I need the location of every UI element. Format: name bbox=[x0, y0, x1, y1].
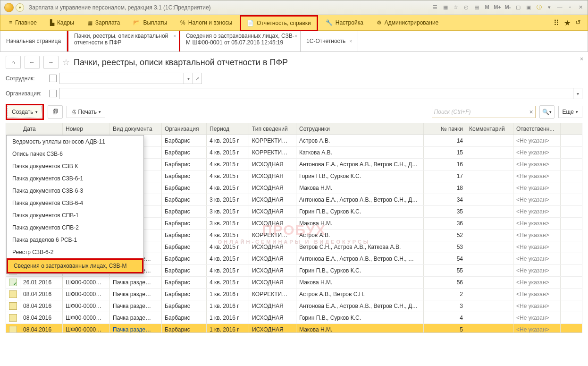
table-row[interactable]: 08.04.2016ШФ00-0000…Пачка разде…Барбарис… bbox=[6, 300, 582, 312]
tab-close-icon[interactable]: × bbox=[349, 39, 352, 44]
col-resp[interactable]: Ответственн... bbox=[513, 123, 561, 135]
col-org[interactable]: Организация bbox=[162, 123, 207, 135]
tab-start-page[interactable]: Начальная страница bbox=[0, 31, 67, 51]
col-comment[interactable]: Комментарий bbox=[466, 123, 513, 135]
nav-item-vyplaty[interactable]: 📂Выплаты bbox=[127, 15, 173, 30]
dropdown-item[interactable]: Опись пачек СЗВ-6 bbox=[7, 148, 143, 160]
nav-item-admin[interactable]: ⚙Администрирование bbox=[371, 15, 444, 30]
col-icon[interactable] bbox=[6, 123, 20, 135]
app-orb-icon[interactable] bbox=[4, 3, 14, 12]
col-number[interactable]: Номер bbox=[63, 123, 110, 135]
apps-icon[interactable]: ⠿ bbox=[554, 18, 559, 27]
cell-resp: <Не указан> bbox=[513, 147, 561, 158]
cell-comment bbox=[466, 230, 513, 241]
dropdown-item[interactable]: Пачка документов СПВ-2 bbox=[7, 221, 143, 234]
cell-org: Барбарис bbox=[162, 253, 207, 264]
history-nav-icon[interactable]: ↺ bbox=[575, 18, 581, 27]
cell-org: Барбарис bbox=[162, 135, 207, 146]
minimize-button[interactable]: — bbox=[555, 3, 564, 11]
tab-close-icon[interactable]: × bbox=[173, 34, 176, 39]
nav-item-settings[interactable]: 🔧Настройка bbox=[320, 15, 369, 30]
employee-select[interactable]: ▾⤢ bbox=[59, 73, 202, 84]
tb-window2-icon[interactable]: ▣ bbox=[524, 3, 533, 11]
tb-font-mplus[interactable]: M+ bbox=[493, 3, 502, 11]
table-row[interactable]: 08.04.2016ШФ00-0000…Пачка разде…Барбарис… bbox=[6, 312, 582, 324]
clear-search-icon[interactable]: × bbox=[529, 108, 533, 116]
cell-employees: Антонова Е.А., Астров А.В., Ветров С.Н.,… bbox=[296, 300, 424, 312]
maximize-button[interactable]: ▫ bbox=[566, 3, 574, 11]
dropdown-item[interactable]: Ведомость уплаты взносов АДВ-11 bbox=[7, 136, 143, 148]
list-toolbar: Создать▾ 🗐 🖨Печать▾ Поиск (Ctrl+F)× 🔍▾ Е… bbox=[6, 104, 582, 120]
home-button[interactable]: ⌂ bbox=[6, 56, 21, 69]
employee-checkbox[interactable] bbox=[49, 75, 57, 82]
dropdown-item[interactable]: Реестр СЗВ-6-2 bbox=[7, 246, 143, 258]
tb-font-mmin[interactable]: M- bbox=[504, 3, 512, 11]
col-type[interactable]: Тип сведений bbox=[249, 123, 296, 135]
copy-button[interactable]: 🗐 bbox=[48, 105, 63, 119]
nav-item-main[interactable]: ≡Главное bbox=[3, 15, 42, 30]
nav-item-nalogi[interactable]: %Налоги и взносы bbox=[175, 15, 238, 30]
more-button[interactable]: Еще▾ bbox=[558, 106, 582, 118]
tb-dropdown-icon[interactable]: ▾ bbox=[545, 3, 554, 11]
table-row[interactable]: 08.04.2016ШФ00-0000…Пачка разде…Барбарис… bbox=[6, 289, 582, 300]
col-kind[interactable]: Вид документа bbox=[110, 123, 162, 135]
col-employees[interactable]: Сотрудники bbox=[296, 123, 424, 135]
col-pack[interactable]: № пачки bbox=[424, 123, 466, 135]
close-form-button[interactable]: × bbox=[580, 56, 583, 62]
org-select[interactable]: ▾ bbox=[59, 88, 582, 99]
tb-help-icon[interactable]: ⓘ bbox=[535, 3, 543, 11]
open-dialog-icon[interactable]: ⤢ bbox=[193, 73, 202, 84]
dropdown-item[interactable]: Пачка документов СЗВ-6-3 bbox=[7, 185, 143, 197]
star-icon[interactable]: ★ bbox=[564, 18, 571, 27]
tb-font-m1[interactable]: M bbox=[483, 3, 491, 11]
dropdown-item[interactable]: Пачка документов СЗВ-6-4 bbox=[7, 197, 143, 209]
cell-number: ШФ00-0000… bbox=[63, 289, 110, 300]
cell-pack: 54 bbox=[424, 253, 466, 264]
dropdown-item[interactable]: Пачка документов СЗВ К bbox=[7, 160, 143, 172]
cell-type: КОРРЕКТИ… bbox=[249, 135, 296, 146]
tb-list-icon[interactable]: ☰ bbox=[431, 3, 439, 11]
nav-item-kadry[interactable]: ▙Кадры bbox=[44, 15, 80, 30]
tb-favorite-icon[interactable]: ☆ bbox=[452, 3, 460, 11]
tab-1c-reports[interactable]: 1С-Отчетность× bbox=[301, 31, 358, 51]
cell-period: 4 кв. 2015 г bbox=[207, 135, 249, 146]
cell-period: 4 кв. 2015 г bbox=[207, 241, 249, 253]
nav-item-reports[interactable]: 📄Отчетность, справки bbox=[245, 17, 313, 30]
cell-org: Барбарис bbox=[162, 277, 207, 288]
cell-period: 4 кв. 2015 г bbox=[207, 182, 249, 194]
cell-period: 4 кв. 2015 г bbox=[207, 147, 249, 158]
search-input[interactable]: Поиск (Ctrl+F)× bbox=[432, 106, 536, 118]
cell-pack: 18 bbox=[424, 182, 466, 194]
tb-grid-icon[interactable]: ▦ bbox=[441, 3, 450, 11]
dropdown-item[interactable]: Пачка документов СПВ-1 bbox=[7, 209, 143, 221]
org-checkbox[interactable] bbox=[49, 90, 57, 97]
tab-szv-m[interactable]: Сведения о застрахованных лицах, СЗВ-М Ш… bbox=[180, 31, 301, 51]
tb-calc-icon[interactable]: ▤ bbox=[472, 3, 481, 11]
tab-close-icon[interactable]: × bbox=[294, 34, 297, 39]
forward-button[interactable]: → bbox=[43, 56, 59, 69]
search-button[interactable]: 🔍▾ bbox=[539, 105, 554, 119]
tb-window-icon[interactable]: ▢ bbox=[514, 3, 522, 11]
print-button[interactable]: 🖨Печать▾ bbox=[67, 106, 105, 118]
favorite-page-icon[interactable]: ☆ bbox=[62, 57, 70, 68]
table-row[interactable]: 26.01.2016ШФ00-0000…Пачка разде…Барбарис… bbox=[6, 277, 582, 289]
chevron-down-icon[interactable]: ▾ bbox=[573, 88, 582, 99]
back-button[interactable]: ← bbox=[25, 56, 40, 69]
close-window-button[interactable]: ✕ bbox=[576, 3, 585, 11]
app-menu-dropdown[interactable]: ▾ bbox=[16, 3, 24, 12]
chevron-down-icon[interactable]: ▾ bbox=[184, 73, 193, 84]
cell-pack: 53 bbox=[424, 241, 466, 253]
dropdown-item[interactable]: Сведения о застрахованных лицах, СЗВ-М bbox=[7, 258, 143, 273]
dropdown-item[interactable]: Пачка документов СЗВ-6-1 bbox=[7, 172, 143, 185]
tb-history-icon[interactable]: ◴ bbox=[462, 3, 470, 11]
tab-packs[interactable]: Пачки, реестры, описи квартальной отчетн… bbox=[74, 33, 173, 46]
create-button[interactable]: Создать▾ bbox=[8, 106, 42, 118]
col-date[interactable]: Дата bbox=[20, 123, 63, 135]
table-row[interactable]: 08.04.2016ШФ00-0000…Пачка разде…Барбарис… bbox=[6, 324, 582, 333]
dropdown-item[interactable]: Пачка разделов 6 РСВ-1 bbox=[7, 234, 143, 246]
col-period[interactable]: Период bbox=[207, 123, 249, 135]
cell-period: 4 кв. 2015 г bbox=[207, 170, 249, 182]
cell-period: 3 кв. 2015 г bbox=[207, 194, 249, 205]
cell-type: ИСХОДНАЯ bbox=[249, 218, 296, 229]
nav-item-zarplata[interactable]: ▦Зарплата bbox=[82, 15, 126, 30]
